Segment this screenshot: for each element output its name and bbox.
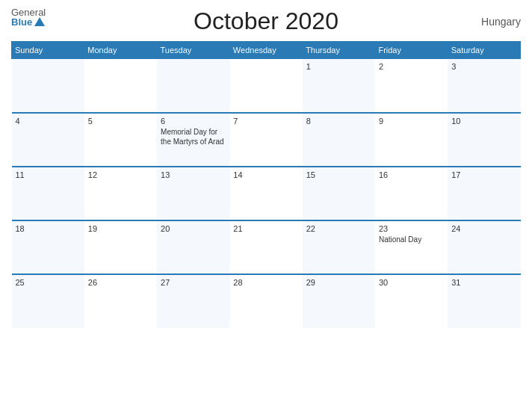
event-label: Memorial Day for the Martyrs of Arad — [161, 128, 223, 146]
day-number: 21 — [233, 224, 298, 233]
table-row: 13 — [157, 167, 229, 220]
table-row: 1 — [303, 59, 375, 113]
table-row: 24 — [448, 220, 520, 274]
calendar-table: Sunday Monday Tuesday Wednesday Thursday… — [11, 41, 521, 328]
event-label: National Day — [379, 235, 421, 244]
table-row: 8 — [303, 113, 375, 167]
calendar-week-row: 25262728293031 — [12, 274, 521, 328]
day-number: 25 — [16, 278, 81, 287]
day-number: 7 — [233, 117, 298, 126]
day-number: 3 — [451, 62, 516, 71]
day-number: 9 — [379, 117, 444, 126]
table-row: 31 — [448, 274, 520, 328]
day-number: 23 — [379, 224, 444, 233]
col-friday: Friday — [375, 42, 448, 59]
day-number: 29 — [306, 278, 371, 287]
table-row: 19 — [84, 220, 157, 274]
day-number: 20 — [161, 224, 226, 233]
table-row: 14 — [229, 167, 302, 220]
day-number: 10 — [451, 117, 516, 126]
logo-triangle-icon — [34, 17, 45, 26]
table-row: 12 — [84, 167, 157, 220]
day-number: 30 — [379, 278, 444, 287]
table-row: 9 — [375, 113, 448, 167]
table-row: 21 — [229, 220, 302, 274]
day-number: 18 — [16, 224, 81, 233]
table-row: 17 — [448, 167, 520, 220]
table-row: 25 — [12, 274, 84, 328]
day-number: 15 — [306, 170, 371, 179]
table-row: 5 — [84, 113, 157, 167]
day-number: 11 — [16, 170, 81, 179]
table-row: 28 — [229, 274, 302, 328]
col-wednesday: Wednesday — [229, 42, 302, 59]
col-sunday: Sunday — [12, 42, 84, 59]
day-number: 28 — [233, 278, 298, 287]
table-row: 30 — [375, 274, 448, 328]
logo-blue-text: Blue — [11, 17, 46, 27]
day-number: 26 — [88, 278, 153, 287]
day-number: 16 — [379, 170, 444, 179]
calendar-header-row: Sunday Monday Tuesday Wednesday Thursday… — [12, 42, 521, 59]
table-row: 11 — [12, 167, 84, 220]
table-row: 2 — [375, 59, 448, 113]
table-row: 15 — [303, 167, 375, 220]
day-number: 1 — [306, 62, 371, 71]
day-number: 31 — [451, 278, 516, 287]
day-number: 19 — [88, 224, 153, 233]
table-row — [229, 59, 302, 113]
day-number: 13 — [161, 170, 226, 179]
table-row: 22 — [303, 220, 375, 274]
calendar-week-row: 181920212223National Day24 — [12, 220, 521, 274]
table-row: 18 — [12, 220, 84, 274]
day-number: 8 — [306, 117, 371, 126]
table-row: 16 — [375, 167, 448, 220]
table-row: 10 — [448, 113, 520, 167]
col-tuesday: Tuesday — [157, 42, 229, 59]
day-number: 24 — [451, 224, 516, 233]
day-number: 4 — [16, 117, 81, 126]
table-row: 26 — [84, 274, 157, 328]
col-thursday: Thursday — [303, 42, 375, 59]
day-number: 14 — [233, 170, 298, 179]
table-row: 20 — [157, 220, 229, 274]
calendar-week-row: 11121314151617 — [12, 167, 521, 220]
calendar-title: October 2020 — [194, 7, 338, 35]
day-number: 5 — [88, 117, 153, 126]
day-number: 12 — [88, 170, 153, 179]
table-row — [12, 59, 84, 113]
country-label: Hungary — [481, 16, 521, 28]
day-number: 27 — [161, 278, 226, 287]
table-row — [84, 59, 157, 113]
table-row: 23National Day — [375, 220, 448, 274]
day-number: 22 — [306, 224, 371, 233]
day-number: 17 — [451, 170, 516, 179]
logo: General Blue — [11, 7, 46, 27]
table-row: 3 — [448, 59, 520, 113]
table-row: 6Memorial Day for the Martyrs of Arad — [157, 113, 229, 167]
calendar-week-row: 456Memorial Day for the Martyrs of Arad7… — [12, 113, 521, 167]
col-monday: Monday — [84, 42, 157, 59]
day-number: 2 — [379, 62, 444, 71]
table-row: 27 — [157, 274, 229, 328]
calendar-header: General Blue October 2020 Hungary — [11, 7, 521, 35]
table-row — [157, 59, 229, 113]
table-row: 7 — [229, 113, 302, 167]
calendar-week-row: 123 — [12, 59, 521, 113]
col-saturday: Saturday — [448, 42, 520, 59]
calendar-body: 123456Memorial Day for the Martyrs of Ar… — [12, 59, 521, 328]
table-row: 29 — [303, 274, 375, 328]
calendar-container: General Blue October 2020 Hungary Sunday… — [0, 0, 532, 411]
day-number: 6 — [161, 117, 226, 126]
table-row: 4 — [12, 113, 84, 167]
